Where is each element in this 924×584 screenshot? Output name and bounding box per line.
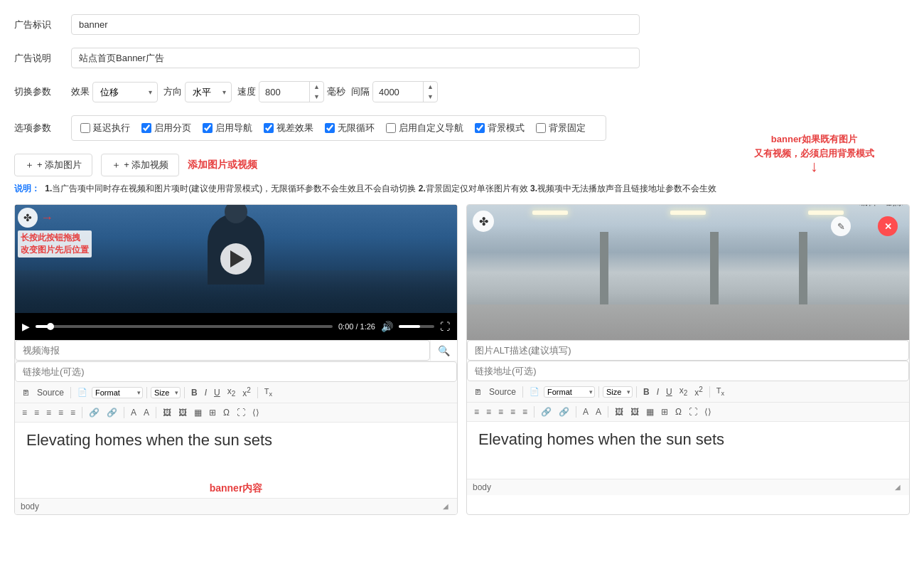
ad-desc-input[interactable] — [71, 48, 640, 68]
left-align-left-btn[interactable]: ≡ — [43, 406, 54, 419]
left-expand-btn[interactable]: ⛶ — [234, 406, 248, 419]
interval-up[interactable]: ▲ — [424, 82, 437, 92]
ad-title-input[interactable] — [71, 14, 640, 35]
fullscreen-button[interactable]: ⛶ — [440, 321, 450, 332]
checkbox-custom-nav-input[interactable] — [386, 123, 396, 133]
right-sup-btn[interactable]: x2 — [692, 384, 706, 399]
left-clear-btn[interactable]: Tx — [262, 386, 275, 399]
left-code-btn[interactable]: ⟨⟩ — [249, 406, 262, 419]
switch-param-content: 效果 位移 淡入淡出 ▾ 方向 水平 垂直 ▾ 速度 — [71, 81, 910, 102]
checkbox-bg-fixed-input[interactable] — [536, 123, 546, 133]
left-bg-color-btn[interactable]: A — [141, 406, 152, 419]
right-code-btn[interactable]: ⟨⟩ — [702, 405, 714, 418]
left-format-select[interactable]: Format Paragraph Heading 1 — [92, 387, 143, 398]
left-align-right-btn[interactable]: ≡ — [68, 406, 78, 419]
checkbox-parallax[interactable]: 视差效果 — [264, 122, 313, 134]
add-video-button[interactable]: ＋ + 添加视频 — [101, 154, 179, 176]
right-img2-btn[interactable]: 🖼 — [628, 405, 642, 418]
checkbox-delay[interactable]: 延迟执行 — [80, 122, 130, 134]
right-source-btn[interactable]: Source — [486, 386, 519, 398]
delete-button[interactable]: ✕ — [878, 216, 898, 236]
checkbox-delay-input[interactable] — [80, 123, 90, 133]
checkbox-loop-input[interactable] — [325, 123, 335, 133]
right-font-color-btn[interactable]: A — [580, 405, 591, 418]
right-bg-color-btn[interactable]: A — [593, 405, 604, 418]
right-unlink-btn[interactable]: 🔗 — [556, 405, 572, 418]
checkbox-paging-input[interactable] — [141, 123, 151, 133]
play-button[interactable] — [220, 243, 252, 275]
right-format-select[interactable]: Format Paragraph Heading 1 — [544, 386, 595, 398]
left-resize-handle[interactable]: ◢ — [443, 502, 451, 511]
left-special-btn[interactable]: Ω — [220, 406, 232, 419]
volume-button[interactable]: 🔊 — [381, 321, 393, 332]
interval-input[interactable] — [373, 83, 423, 102]
checkbox-nav[interactable]: 启用导航 — [203, 122, 252, 134]
speed-down[interactable]: ▼ — [310, 92, 323, 102]
left-bold-btn[interactable]: B — [188, 386, 200, 399]
right-toolbar2-sep-1 — [534, 406, 534, 418]
left-ul-btn[interactable]: ≡ — [31, 406, 42, 419]
right-ol-btn[interactable]: ≡ — [471, 405, 482, 418]
left-unlink-btn[interactable]: 🔗 — [104, 406, 120, 419]
edit-button[interactable]: ✎ — [831, 216, 851, 236]
poster-input[interactable] — [15, 340, 430, 361]
effect-select[interactable]: 位移 淡入淡出 — [92, 82, 158, 102]
poster-search-button[interactable]: 🔍 — [430, 340, 457, 361]
left-media-btn[interactable]: ▦ — [191, 406, 205, 419]
left-link-btn[interactable]: 🔗 — [86, 406, 102, 419]
right-table-btn[interactable]: ⊞ — [658, 405, 671, 418]
right-link-input[interactable] — [467, 361, 909, 381]
right-img-btn[interactable]: 🖼 — [612, 405, 626, 418]
move-handle-button[interactable]: ✤ — [473, 211, 494, 232]
checkbox-loop[interactable]: 无限循环 — [325, 122, 375, 134]
right-align-left-btn[interactable]: ≡ — [495, 405, 506, 418]
speed-input[interactable] — [259, 83, 309, 102]
interval-down[interactable]: ▼ — [424, 92, 437, 102]
volume-bar[interactable] — [399, 325, 434, 328]
right-clear-btn[interactable]: Tx — [714, 385, 727, 398]
right-align-center-btn[interactable]: ≡ — [507, 405, 518, 418]
drag-handle[interactable]: ✤ — [18, 208, 38, 228]
checkbox-bg-mode-input[interactable] — [475, 123, 485, 133]
checkbox-nav-input[interactable] — [203, 123, 213, 133]
left-sub-btn[interactable]: x2 — [225, 385, 239, 399]
right-underline-btn[interactable]: U — [663, 386, 675, 398]
right-italic-btn[interactable]: I — [654, 386, 662, 398]
right-toolbar-sep-1 — [522, 386, 523, 398]
left-italic-btn[interactable]: I — [202, 386, 210, 399]
right-align-right-btn[interactable]: ≡ — [520, 405, 530, 418]
left-sup-btn[interactable]: x2 — [240, 385, 254, 400]
right-special-btn[interactable]: Ω — [672, 405, 684, 418]
right-ul-btn[interactable]: ≡ — [483, 405, 494, 418]
right-resize-handle[interactable]: ◢ — [895, 483, 903, 492]
right-editor-content[interactable]: Elevating homes when the sun sets — [467, 422, 909, 479]
left-font-color-btn[interactable]: A — [128, 406, 139, 419]
right-bold-btn[interactable]: B — [640, 386, 652, 398]
progress-bar[interactable] — [36, 325, 333, 328]
checkbox-custom-nav[interactable]: 启用自定义导航 — [386, 122, 463, 134]
checkbox-bg-fixed[interactable]: 背景固定 — [536, 122, 586, 134]
left-editor-content[interactable]: Elevating homes when the sun sets — [15, 423, 457, 479]
left-source-btn[interactable]: Source — [34, 386, 67, 399]
direction-select[interactable]: 水平 垂直 — [185, 82, 232, 102]
left-link-input[interactable] — [15, 361, 457, 382]
checkbox-bg-mode[interactable]: 背景模式 — [475, 122, 525, 134]
left-align-center-btn[interactable]: ≡ — [55, 406, 66, 419]
play-pause-button[interactable]: ▶ — [22, 321, 30, 332]
left-size-select[interactable]: Size 8101214 — [151, 387, 181, 398]
left-img-btn[interactable]: 🖼 — [160, 406, 174, 419]
left-ol-btn[interactable]: ≡ — [19, 406, 30, 419]
left-underline-btn[interactable]: U — [211, 386, 223, 399]
right-size-select[interactable]: Size — [603, 386, 633, 398]
right-expand-btn[interactable]: ⛶ — [686, 405, 700, 418]
speed-up[interactable]: ▲ — [310, 82, 323, 92]
left-table-btn[interactable]: ⊞ — [206, 406, 219, 419]
add-image-button[interactable]: ＋ + 添加图片 — [14, 154, 92, 176]
right-media-btn[interactable]: ▦ — [643, 405, 657, 418]
checkbox-paging[interactable]: 启用分页 — [141, 122, 191, 134]
right-link-btn[interactable]: 🔗 — [538, 405, 554, 418]
checkbox-parallax-input[interactable] — [264, 123, 274, 133]
right-alt-input[interactable] — [467, 340, 909, 361]
left-img2-btn[interactable]: 🖼 — [176, 406, 190, 419]
right-sub-btn[interactable]: x2 — [677, 384, 691, 398]
